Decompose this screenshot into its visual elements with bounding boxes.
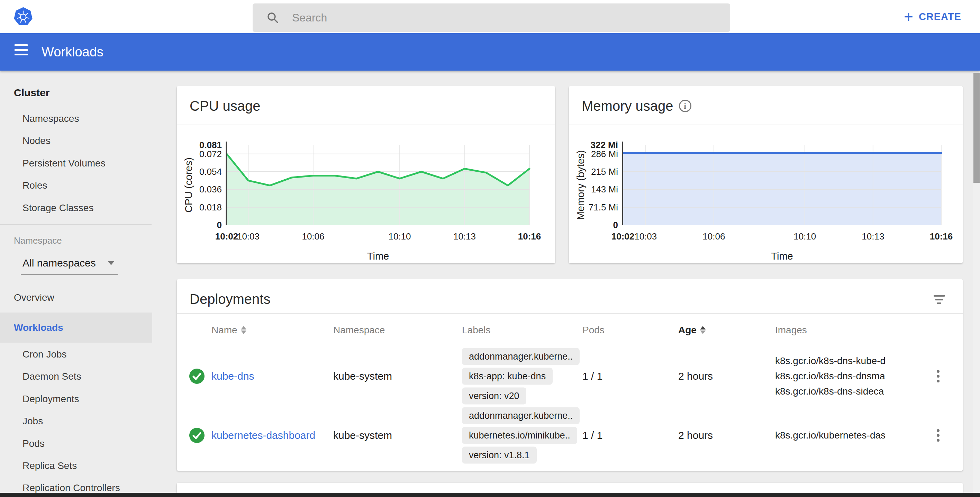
- cpu-x-axis-label: Time: [367, 250, 389, 262]
- memory-y-tick-label: 322 Mi: [591, 140, 618, 150]
- column-header-images[interactable]: Images: [775, 313, 807, 347]
- sidebar-item-jobs[interactable]: Jobs: [0, 410, 152, 432]
- page-title: Workloads: [41, 33, 103, 71]
- deployments-table-header: NameNamespaceLabelsPodsAgeImages: [177, 313, 963, 347]
- deployment-age: 2 hours: [678, 370, 713, 382]
- deployments-card-title: Deployments: [189, 290, 270, 308]
- sidebar-item-storage-classes[interactable]: Storage Classes: [0, 197, 152, 219]
- sidebar-item-deployments[interactable]: Deployments: [0, 388, 152, 410]
- deployment-images: k8s.gcr.io/k8s-dns-kube-dk8s.gcr.io/k8s-…: [775, 354, 886, 399]
- table-row: kube-dnskube-systemaddonmanager.kuberne.…: [177, 347, 963, 405]
- namespace-select-value: All namespaces: [21, 257, 96, 269]
- sidebar-item-replica-sets[interactable]: Replica Sets: [0, 455, 152, 477]
- kebab-menu-icon[interactable]: [935, 427, 942, 444]
- namespace-select[interactable]: All namespaces: [21, 252, 118, 275]
- label-chip: addonmanager.kuberne..: [462, 348, 580, 365]
- info-icon[interactable]: i: [679, 100, 691, 112]
- create-button-label: CREATE: [919, 11, 961, 22]
- sort-up-icon: [241, 326, 247, 330]
- column-header-pods[interactable]: Pods: [582, 313, 605, 347]
- column-header-labels[interactable]: Labels: [462, 313, 491, 347]
- label-chip: version: v20: [462, 387, 527, 404]
- memory-y-tick-label: 215 Mi: [591, 166, 618, 177]
- deployment-name-link[interactable]: kubernetes-dashboard: [212, 430, 315, 441]
- column-header-label: Namespace: [333, 325, 385, 336]
- memory-area-fill: [623, 153, 941, 225]
- cpu-y-axis-label: CPU (cores): [183, 158, 194, 213]
- deployment-labels: addonmanager.kuberne..kubernetes.io/mini…: [462, 407, 580, 464]
- deployment-namespace: kube-system: [333, 430, 392, 441]
- row-actions: [928, 427, 948, 444]
- sidebar-cluster-header: Cluster: [0, 82, 152, 104]
- cpu-usage-card: CPU usage 00.0180.0360.0540.0720.08110:0…: [177, 86, 555, 263]
- cpu-y-tick-label: 0.018: [199, 202, 222, 212]
- sidebar-item-nodes[interactable]: Nodes: [0, 130, 152, 152]
- sidebar-item-daemon-sets[interactable]: Daemon Sets: [0, 365, 152, 388]
- image-line: k8s.gcr.io/k8s-dns-kube-d: [775, 354, 886, 369]
- cpu-y-tick-label: 0.054: [199, 166, 222, 177]
- cpu-x-tick-label: 10:13: [453, 231, 476, 242]
- sort-arrows-icon: [241, 326, 247, 334]
- memory-usage-chart: 071.5 Mi143 Mi215 Mi286 Mi322 Mi10:0210:…: [569, 124, 963, 263]
- kubernetes-logo-icon[interactable]: [13, 6, 33, 27]
- memory-card-title: Memory usage i: [582, 97, 691, 115]
- column-header-label: Pods: [582, 325, 605, 336]
- status-ok-icon: [186, 368, 207, 384]
- top-bar: + CREATE: [0, 0, 980, 33]
- kebab-menu-icon[interactable]: [935, 368, 942, 384]
- sort-down-icon: [241, 331, 247, 334]
- plus-icon: +: [904, 9, 913, 25]
- label-chip: addonmanager.kuberne..: [462, 407, 580, 424]
- image-line: k8s.gcr.io/k8s-dns-dnsma: [775, 369, 886, 384]
- memory-x-tick-label: 10:10: [794, 231, 816, 242]
- deployment-pods: 1 / 1: [582, 430, 603, 441]
- column-header-age[interactable]: Age: [678, 313, 706, 347]
- cpu-usage-chart: 00.0180.0360.0540.0720.08110:0210:0310:0…: [177, 124, 555, 263]
- label-chip: kubernetes.io/minikube..: [462, 427, 577, 444]
- image-line: k8s.gcr.io/kubernetes-das: [775, 428, 886, 443]
- menu-hamburger-icon[interactable]: [14, 44, 28, 56]
- cpu-x-tick-label: 10:16: [518, 231, 541, 242]
- deployments-card: Deployments NameNamespaceLabelsPodsAgeIm…: [177, 279, 963, 471]
- sidebar-item-workloads-label: Workloads: [14, 322, 63, 333]
- deployment-age: 2 hours: [678, 430, 713, 441]
- window-bottom-edge: [0, 493, 980, 497]
- sidebar-item-workloads[interactable]: Workloads: [0, 312, 152, 342]
- column-header-label: Images: [775, 325, 807, 336]
- cpu-y-tick-label: 0.036: [199, 184, 222, 194]
- cpu-y-tick-label: 0.081: [199, 140, 222, 150]
- chevron-down-icon: [108, 261, 114, 265]
- column-header-name[interactable]: Name: [212, 313, 247, 347]
- sidebar-item-persistent-volumes[interactable]: Persistent Volumes: [0, 152, 152, 174]
- column-header-label: Name: [212, 325, 237, 336]
- sort-down-icon: [700, 331, 706, 334]
- deployment-images: k8s.gcr.io/kubernetes-das: [775, 428, 886, 443]
- cpu-card-title: CPU usage: [189, 97, 261, 115]
- sidebar-item-namespaces[interactable]: Namespaces: [0, 108, 152, 130]
- search-icon: [266, 11, 280, 25]
- column-header-label: Age: [678, 325, 697, 336]
- sort-up-icon: [700, 326, 706, 330]
- filter-list-icon[interactable]: [933, 293, 945, 306]
- deployment-name-link[interactable]: kube-dns: [212, 370, 254, 382]
- column-header-namespace[interactable]: Namespace: [333, 313, 385, 347]
- next-section-card-edge: [177, 483, 963, 493]
- memory-x-tick-label: 10:03: [634, 231, 657, 242]
- memory-x-tick-label: 10:13: [862, 231, 884, 242]
- sidebar-item-roles[interactable]: Roles: [0, 174, 152, 197]
- search-bar[interactable]: [253, 3, 730, 32]
- sidebar-item-pods[interactable]: Pods: [0, 433, 152, 455]
- sidebar-item-cron-jobs[interactable]: Cron Jobs: [0, 343, 152, 365]
- sidebar-item-overview[interactable]: Overview: [0, 287, 152, 309]
- memory-usage-card: Memory usage i 071.5 Mi143 Mi215 Mi286 M…: [569, 86, 963, 263]
- namespace-section-label: Namespace: [0, 234, 152, 247]
- search-input[interactable]: [292, 11, 730, 24]
- cpu-x-tick-label: 10:02: [215, 231, 239, 242]
- vertical-scrollbar-thumb[interactable]: [974, 73, 980, 183]
- create-button[interactable]: + CREATE: [904, 0, 961, 33]
- memory-card-title-text: Memory usage: [582, 98, 673, 114]
- deployment-pods: 1 / 1: [582, 370, 603, 382]
- cpu-y-tick-label: 0: [217, 220, 222, 230]
- column-header-label: Labels: [462, 325, 491, 336]
- memory-x-tick-label: 10:02: [611, 231, 635, 242]
